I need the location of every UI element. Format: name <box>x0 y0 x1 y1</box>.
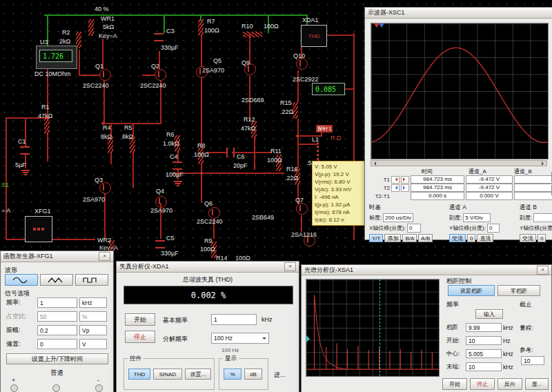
square-wave-button[interactable] <box>75 274 108 286</box>
t2-right-arrow[interactable] <box>401 184 409 192</box>
frequency-input[interactable]: 1 <box>37 297 77 308</box>
channel-b-zero-button[interactable]: 0 <box>538 234 546 242</box>
start-input[interactable]: 10 <box>466 336 502 345</box>
t2-left-arrow[interactable] <box>391 184 400 192</box>
resistor-R7[interactable] <box>198 19 204 36</box>
ba-button[interactable]: B/A <box>402 234 417 242</box>
ground-symbol[interactable] <box>21 170 30 176</box>
wire[interactable] <box>345 88 355 90</box>
transistor-Q10[interactable] <box>296 58 308 70</box>
sa-stop-button[interactable]: 停止 <box>470 378 495 390</box>
wire[interactable] <box>47 134 48 161</box>
sa-display-button[interactable]: 显... <box>525 378 549 390</box>
wire[interactable] <box>172 173 284 174</box>
terminal-plus[interactable] <box>10 384 18 392</box>
inductor-L1[interactable] <box>317 142 323 160</box>
set-span-button[interactable]: 设定档距 <box>448 285 495 296</box>
center-frequency-marker[interactable] <box>379 280 380 376</box>
oscilloscope-titlebar[interactable]: 示波器-XSC1 × <box>365 8 552 19</box>
yt-button[interactable]: Y/T <box>369 234 383 242</box>
function-generator-icon[interactable] <box>25 216 52 242</box>
close-icon[interactable]: × <box>99 252 110 261</box>
start-button[interactable]: 开始 <box>125 313 155 326</box>
wire[interactable] <box>206 152 226 153</box>
t1-right-arrow[interactable] <box>401 176 409 184</box>
capacitor-C6[interactable] <box>226 148 235 157</box>
wire[interactable] <box>110 153 112 164</box>
wire[interactable] <box>297 144 318 145</box>
thd-mode-button[interactable]: THD <box>128 369 150 380</box>
zero-span-button[interactable]: 零档距 <box>497 285 540 296</box>
capacitor-C5[interactable] <box>155 240 165 248</box>
transistor-Q7[interactable] <box>296 203 308 215</box>
distortion-analyzer-titlebar[interactable]: 失真分析仪-XDA1 × <box>117 262 299 273</box>
wire[interactable] <box>297 70 299 102</box>
function-generator-titlebar[interactable]: 函数发生器-XFG1 × <box>1 251 113 262</box>
channel-a-dc-button[interactable]: 直流 <box>477 234 493 242</box>
sinad-mode-button[interactable]: SINAD <box>153 369 182 380</box>
wire[interactable] <box>132 153 134 188</box>
terminal-minus[interactable] <box>95 384 103 392</box>
stop-button[interactable]: 停止 <box>125 331 155 343</box>
offset-input[interactable]: 0 <box>37 339 77 349</box>
capacitor-C4[interactable] <box>172 161 182 170</box>
frequency-unit[interactable]: kHz <box>79 297 107 308</box>
db-button[interactable]: dB <box>244 369 262 380</box>
span-input[interactable]: 9.99 <box>466 323 502 332</box>
settings-button[interactable]: 设置... <box>185 369 211 380</box>
transistor-Q1[interactable] <box>99 69 111 81</box>
distortion-analyzer-icon[interactable]: THD <box>301 25 327 47</box>
close-icon[interactable]: × <box>284 262 296 271</box>
resolution-freq-select[interactable]: 100 Hz <box>211 333 269 344</box>
amplitude-input[interactable]: 0.2 <box>37 325 77 335</box>
resistor-R10[interactable] <box>243 32 262 37</box>
add-button[interactable]: 添加 <box>384 234 401 242</box>
channel-b-scale-value[interactable] <box>533 213 552 222</box>
distortion-analyzer-window[interactable]: 失真分析仪-XDA1 × 总谐波失真 (THD) 0.002 % 开始 停止 基… <box>116 261 299 392</box>
offset-unit[interactable]: V <box>79 339 107 349</box>
reference-input[interactable]: 10 <box>521 356 544 365</box>
function-generator-window[interactable]: 函数发生器-XFG1 × 波形 信号选项 频率: 1 kHz 占空比: 50 %… <box>0 251 114 392</box>
sine-wave-button[interactable] <box>5 274 38 286</box>
capacitor-C3[interactable] <box>154 33 164 41</box>
transistor-Q6[interactable] <box>208 207 220 219</box>
rise-fall-time-button[interactable]: 设置上升/下降时间 <box>6 353 108 364</box>
channel-b-ac-button[interactable]: 交流 <box>520 234 536 242</box>
channel-a-ac-button[interactable]: 交流 <box>449 234 466 242</box>
wire[interactable] <box>326 35 355 36</box>
ab-button[interactable]: A/B <box>418 234 433 242</box>
wire[interactable] <box>80 75 99 76</box>
channel-a-zero-button[interactable]: 0 <box>467 234 475 242</box>
resistor-WR1[interactable] <box>88 19 94 36</box>
transistor-Q4[interactable] <box>155 196 167 208</box>
spectrum-analyzer-window[interactable]: 光谱分析仪-XSA1 × 档距控制 设定档距 零档距 频率 截止 输入 档距 9… <box>301 264 552 392</box>
scroll-right-icon[interactable] <box>542 161 546 166</box>
timebase-xpos-value[interactable]: 0 <box>407 224 421 233</box>
wire[interactable] <box>142 75 155 76</box>
resistor-R1[interactable] <box>44 117 50 134</box>
sa-start-button[interactable]: 开始 <box>442 378 467 390</box>
percent-button[interactable]: % <box>224 369 241 380</box>
scope-scrollbar[interactable] <box>371 160 547 166</box>
wire[interactable] <box>79 50 80 76</box>
ground-symbol[interactable] <box>174 181 182 187</box>
wire[interactable] <box>164 16 165 33</box>
terminal-common[interactable] <box>52 384 60 392</box>
probe-flag[interactable]: 探针1 <box>316 125 333 133</box>
transistor-Q3[interactable] <box>99 182 111 194</box>
capacitor-C1[interactable] <box>20 146 30 155</box>
scroll-left-icon[interactable] <box>372 161 376 166</box>
wire[interactable] <box>201 164 202 203</box>
wire[interactable] <box>201 36 202 66</box>
wire[interactable] <box>254 138 255 170</box>
amplitude-unit[interactable]: Vp <box>79 325 107 335</box>
spectrum-analyzer-titlebar[interactable]: 光谱分析仪-XSA1 × <box>302 265 551 275</box>
sa-reverse-button[interactable]: 反向 <box>497 378 522 390</box>
t1-left-arrow[interactable] <box>391 176 400 184</box>
multimeter-U3[interactable]: 1.726 <box>36 46 77 69</box>
wire[interactable] <box>201 77 202 148</box>
channel-a-scale-value[interactable]: 5 V/Div <box>463 213 491 222</box>
triangle-wave-button[interactable] <box>40 274 73 286</box>
channel-a-ypos-value[interactable]: 0 <box>487 224 500 233</box>
wire[interactable] <box>301 215 302 232</box>
